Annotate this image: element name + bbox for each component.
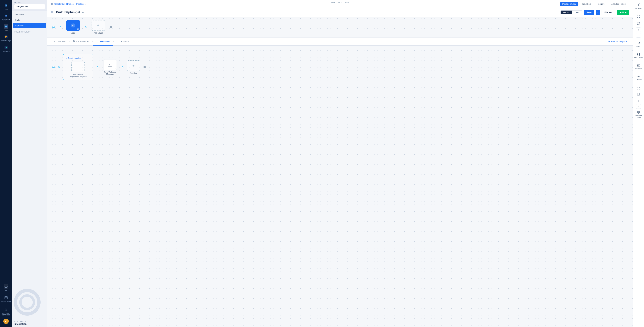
svg-rect-15: [5, 297, 6, 298]
svg-text:H: H: [5, 4, 6, 6]
edit-icon[interactable]: ✏: [82, 11, 84, 14]
project-label: Project: [14, 2, 45, 3]
nav-label-home: Home: [4, 8, 8, 10]
tab-advanced[interactable]: Advanced: [114, 38, 133, 45]
zoom-out-button[interactable]: −: [636, 33, 641, 37]
svg-rect-50: [637, 113, 638, 114]
svg-rect-42: [638, 53, 638, 56]
project-setup-label: PROJECT SETUP: [14, 31, 30, 33]
breadcrumb-pipelines[interactable]: Pipelines: [76, 3, 84, 5]
cloud-costs-icon: $: [4, 45, 8, 50]
add-step-wrapper: + Add Step: [127, 60, 140, 74]
exec-line-4: [98, 67, 102, 67]
home-icon: H: [4, 3, 8, 8]
svg-point-22: [20, 296, 34, 309]
tab-infrastructure[interactable]: Infrastructure: [70, 38, 92, 45]
flow-control-label: Flow Control: [634, 57, 643, 58]
right-panel-border[interactable]: [633, 91, 644, 97]
tab-triggers[interactable]: Triggers: [594, 0, 608, 7]
add-dependency-node[interactable]: +: [72, 62, 85, 72]
right-panel-select[interactable]: [633, 20, 644, 26]
nav-item-dashboards[interactable]: DASHBOARDS: [0, 294, 12, 304]
add-stage-node[interactable]: +: [92, 20, 105, 31]
account-settings-icon: [4, 307, 8, 312]
zoom-in-button-2[interactable]: +: [636, 99, 641, 103]
rp-divider-3: [635, 50, 642, 50]
save-button[interactable]: Save: [584, 10, 594, 15]
flow-line-4: [86, 27, 92, 27]
save-dropdown-button[interactable]: ▾: [596, 10, 600, 15]
tab-overview[interactable]: ⊙ Overview: [51, 38, 69, 45]
chevron-down-icon: ▾: [30, 31, 32, 33]
sidebar-item-pipelines[interactable]: Pipelines: [14, 23, 46, 28]
advanced-tab-icon: [117, 40, 119, 43]
breadcrumb: Google Cloud Demos › Pipelines ›: [51, 3, 86, 5]
breadcrumb-project[interactable]: Google Cloud Demos: [54, 3, 74, 5]
svg-rect-51: [639, 113, 640, 114]
sidebar-item-overview[interactable]: Overview: [12, 12, 47, 17]
tab-execution[interactable]: Execution: [93, 38, 113, 45]
right-panel-variables[interactable]: Σ Variables: [633, 2, 644, 10]
discard-button[interactable]: Discard: [602, 10, 615, 15]
echo-step-node[interactable]: ω: [103, 59, 117, 70]
user-avatar[interactable]: K: [3, 319, 9, 324]
run-button[interactable]: ▶ Run: [617, 10, 629, 15]
dependencies-box: − Dependencies + Add Service Dependency …: [63, 54, 93, 80]
codebase-icon: [637, 75, 640, 78]
nav-item-feature-flags[interactable]: Feature Flags: [0, 33, 12, 43]
nav-item-builds[interactable]: Builds: [0, 22, 12, 33]
left-navigation: H Home Deployments Builds: [0, 0, 12, 327]
nav-item-deployments[interactable]: Deployments: [0, 12, 12, 22]
right-panel-flow-control[interactable]: Flow Control: [633, 51, 644, 60]
nav-label-help: HELP: [4, 289, 8, 291]
add-step-node[interactable]: +: [127, 60, 140, 71]
save-template-icon: ⊞: [608, 40, 610, 43]
right-panel-advanced-options[interactable]: Advanced Options: [633, 110, 644, 120]
zoom-controls: + −: [636, 27, 641, 37]
svg-rect-44: [639, 53, 640, 56]
project-selector[interactable]: Google Cloud ... ›: [14, 4, 45, 9]
execution-canvas: ▶ − Dependencies + Add Service Dependen: [47, 45, 632, 327]
sidebar-item-builds[interactable]: Builds: [12, 17, 47, 23]
svg-text:?: ?: [6, 285, 6, 287]
right-panel-policy-sets[interactable]: Policy Sets: [633, 62, 644, 71]
stage-build-label: Build: [71, 32, 76, 34]
flow-line-2: [62, 27, 66, 27]
breadcrumb-sep-2: ›: [85, 3, 86, 5]
policy-sets-icon: [637, 64, 640, 67]
add-dep-label: Add Service Dependency (optional): [68, 73, 88, 77]
tab-input-sets[interactable]: Input Sets: [579, 0, 594, 7]
right-panel-fullscreen2[interactable]: [633, 85, 644, 91]
toggle-visual[interactable]: VISUAL: [561, 10, 572, 14]
svg-rect-48: [637, 111, 638, 113]
flow-dot-1: [60, 26, 62, 28]
topbar: Google Cloud Demos › Pipelines › PIPELIN…: [47, 0, 632, 8]
svg-line-46: [638, 75, 639, 77]
nav-item-help[interactable]: ? HELP: [0, 282, 12, 293]
pipeline-title-group: Build httpbin-get ✏: [51, 10, 84, 14]
nav-item-account-settings[interactable]: ACCOUNT SETTINGS: [0, 305, 12, 318]
zoom-in-button[interactable]: +: [636, 27, 641, 32]
right-panel-notify[interactable]: Notify: [633, 40, 644, 48]
stage-build-node[interactable]: ⚙ ω: [66, 20, 80, 31]
nav-item-home[interactable]: H Home: [0, 1, 12, 12]
pipeline-header: Build httpbin-get ✏ VISUAL YAML Save ▾ D…: [47, 8, 632, 17]
project-setup-header[interactable]: PROJECT SETUP ▾: [12, 29, 47, 33]
save-template-button[interactable]: ⊞ Save as Template: [606, 39, 629, 44]
variables-icon: Σ: [637, 3, 640, 7]
view-toggle: VISUAL YAML: [560, 10, 582, 14]
add-step-label: Add Step: [130, 72, 137, 74]
svg-rect-41: [637, 53, 638, 55]
terminal-icon: [108, 62, 112, 67]
svg-rect-16: [6, 297, 8, 298]
tab-execution-history[interactable]: Execution History: [608, 0, 629, 7]
nav-label-builds: Builds: [4, 29, 8, 31]
right-panel-fullscreen[interactable]: [633, 13, 644, 19]
nav-item-cloud-costs[interactable]: $ Cloud Costs: [0, 43, 12, 54]
svg-rect-17: [5, 298, 6, 299]
right-panel-codebase[interactable]: Codebase: [633, 73, 644, 82]
flow-end-square: [110, 26, 112, 28]
toggle-yaml[interactable]: YAML: [572, 10, 582, 14]
zoom-out-button-2[interactable]: −: [636, 104, 641, 109]
tab-pipeline-studio[interactable]: Pipeline Studio: [560, 2, 578, 6]
